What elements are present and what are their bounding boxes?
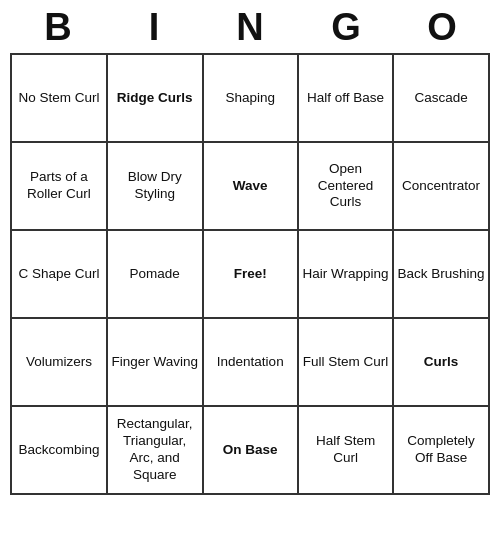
table-row: Curls — [393, 318, 489, 406]
table-row: Half off Base — [298, 54, 393, 142]
table-row: C Shape Curl — [11, 230, 107, 318]
letter-g: G — [302, 6, 390, 49]
table-row: Parts of a Roller Curl — [11, 142, 107, 230]
table-row: On Base — [203, 406, 298, 494]
table-row: Open Centered Curls — [298, 142, 393, 230]
table-row: Volumizers — [11, 318, 107, 406]
table-row: Rectangular, Triangular, Arc, and Square — [107, 406, 203, 494]
table-row: Indentation — [203, 318, 298, 406]
table-row: Blow Dry Styling — [107, 142, 203, 230]
table-row: Back Brushing — [393, 230, 489, 318]
table-row: Backcombing — [11, 406, 107, 494]
table-row: Concentrator — [393, 142, 489, 230]
table-row: Shaping — [203, 54, 298, 142]
table-row: Cascade — [393, 54, 489, 142]
table-row: Half Stem Curl — [298, 406, 393, 494]
table-row: Completely Off Base — [393, 406, 489, 494]
table-row: Ridge Curls — [107, 54, 203, 142]
letter-i: I — [110, 6, 198, 49]
table-row: Pomade — [107, 230, 203, 318]
letter-b: B — [14, 6, 102, 49]
table-row: Wave — [203, 142, 298, 230]
table-row: No Stem Curl — [11, 54, 107, 142]
table-row: Full Stem Curl — [298, 318, 393, 406]
table-row: Finger Waving — [107, 318, 203, 406]
bingo-header: B I N G O — [10, 0, 490, 53]
table-row: Hair Wrapping — [298, 230, 393, 318]
bingo-table: No Stem CurlRidge CurlsShapingHalf off B… — [10, 53, 490, 495]
letter-o: O — [398, 6, 486, 49]
letter-n: N — [206, 6, 294, 49]
table-row: Free! — [203, 230, 298, 318]
